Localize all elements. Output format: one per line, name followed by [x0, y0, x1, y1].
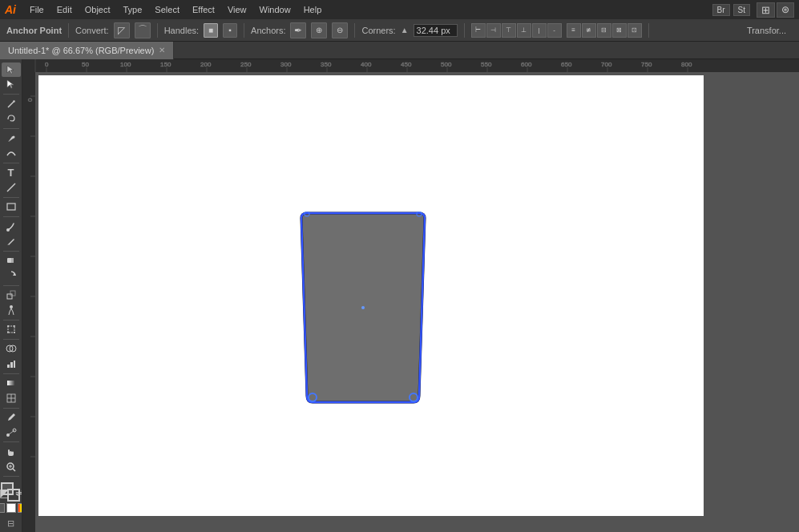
eraser-tool[interactable]: [2, 254, 21, 268]
curvature-tool[interactable]: [2, 146, 21, 160]
convert-smooth-btn[interactable]: ⌒: [135, 22, 151, 38]
svg-point-17: [14, 332, 15, 333]
distribute-4-icon[interactable]: ⊠: [612, 23, 627, 38]
tab-close-btn[interactable]: ✕: [159, 46, 165, 54]
rectangle-tool[interactable]: [2, 200, 21, 214]
tool-separator-9: [3, 339, 19, 340]
tool-separator-4: [3, 197, 19, 198]
hand-tool[interactable]: [2, 445, 21, 459]
convert-label: Convert:: [75, 26, 109, 35]
selection-tool[interactable]: [2, 62, 21, 77]
menu-file[interactable]: File: [24, 3, 50, 16]
distribute-v-icon[interactable]: ≢: [582, 23, 596, 38]
separator-3: [244, 23, 244, 38]
distribute-5-icon[interactable]: ⊡: [627, 23, 642, 38]
scale-tool[interactable]: [2, 288, 21, 302]
color-swatch[interactable]: [0, 503, 5, 513]
svg-text:700: 700: [601, 61, 612, 68]
free-transform-tool[interactable]: [2, 322, 21, 337]
distribute-h-icon[interactable]: ≡: [567, 23, 581, 38]
lasso-tool[interactable]: [2, 111, 21, 126]
align-right-icon[interactable]: ⊤: [502, 23, 516, 38]
sync-icon[interactable]: ⊛: [777, 2, 794, 18]
svg-line-4: [7, 183, 15, 191]
canvas-area: 0 50 100 150 200 250 300 350 400 450 500…: [22, 59, 799, 532]
stock-btn[interactable]: St: [733, 4, 750, 16]
svg-rect-22: [14, 361, 15, 368]
svg-point-12: [10, 305, 13, 308]
tab-bar: Untitled-1* @ 66.67% (RGB/Preview) ✕: [0, 42, 799, 59]
svg-text:250: 250: [240, 61, 252, 68]
tool-separator-3: [3, 163, 19, 163]
magic-wand-tool[interactable]: [2, 97, 21, 111]
svg-text:650: 650: [561, 61, 572, 68]
distribute-3-icon[interactable]: ⊟: [597, 23, 611, 38]
line-tool[interactable]: [2, 180, 21, 195]
tool-separator-1: [3, 94, 19, 95]
corners-up-btn[interactable]: ▲: [401, 26, 409, 34]
handles-style-btn[interactable]: ■: [204, 23, 218, 38]
screen-mode-icon[interactable]: ⊟: [7, 518, 14, 529]
menu-help[interactable]: Help: [298, 3, 328, 16]
workspace-icon[interactable]: ⊞: [757, 2, 775, 18]
mesh-tool[interactable]: [2, 391, 21, 405]
svg-line-30: [13, 469, 15, 471]
svg-point-6: [6, 228, 10, 232]
svg-text:0: 0: [26, 98, 34, 102]
svg-text:550: 550: [481, 61, 492, 68]
pencil-tool[interactable]: [2, 234, 21, 248]
bridge-btn[interactable]: Br: [712, 4, 730, 16]
anchors-pen-btn[interactable]: ✒: [290, 22, 306, 38]
menu-effect[interactable]: Effect: [187, 3, 220, 16]
separator-1: [68, 23, 69, 38]
handles-label: Handles:: [164, 26, 199, 35]
handles-auto-btn[interactable]: ▪: [223, 23, 237, 38]
eyedropper-tool[interactable]: [2, 410, 21, 425]
glass-shape[interactable]: [295, 212, 431, 404]
menu-edit[interactable]: Edit: [51, 3, 78, 16]
graph-tool[interactable]: [2, 357, 21, 371]
align-center-h-icon[interactable]: ⊣: [486, 23, 501, 38]
ruler-top: 0 50 100 150 200 250 300 350 400 450 500…: [22, 59, 799, 72]
pen-tool[interactable]: [2, 131, 21, 146]
anchors-add-btn[interactable]: ⊕: [311, 22, 327, 38]
zoom-tool[interactable]: [2, 460, 21, 474]
menu-object[interactable]: Object: [79, 3, 116, 16]
svg-text:450: 450: [401, 61, 412, 68]
align-bottom-icon[interactable]: -: [547, 23, 562, 38]
align-top-icon[interactable]: ⊥: [517, 23, 531, 38]
anchors-remove-btn[interactable]: ⊖: [332, 22, 348, 38]
puppet-warp-tool[interactable]: [2, 303, 21, 317]
convert-corner-btn[interactable]: ◸: [114, 22, 130, 38]
swap-colors-icon[interactable]: ⇌: [15, 486, 23, 499]
menu-window[interactable]: Window: [254, 3, 297, 16]
svg-rect-69: [22, 72, 35, 532]
blend-tool[interactable]: [2, 425, 21, 440]
svg-rect-5: [7, 204, 15, 210]
svg-text:0: 0: [45, 61, 49, 68]
menu-type[interactable]: Type: [118, 3, 148, 16]
direct-selection-tool[interactable]: [2, 78, 21, 92]
gradient-tool[interactable]: [2, 376, 21, 390]
svg-text:350: 350: [321, 61, 332, 68]
svg-point-83: [361, 306, 365, 309]
none-swatch[interactable]: [6, 503, 16, 513]
shape-builder-tool[interactable]: [2, 342, 21, 357]
tool-separator-8: [3, 320, 19, 320]
align-center-v-icon[interactable]: |: [532, 23, 547, 38]
align-left-icon[interactable]: ⊢: [471, 23, 486, 38]
corners-value-input[interactable]: [414, 24, 458, 37]
svg-text:50: 50: [82, 61, 89, 68]
default-colors-icon[interactable]: ◩: [0, 486, 10, 499]
tool-separator-13: [3, 476, 19, 477]
svg-text:400: 400: [361, 61, 372, 68]
paintbrush-tool[interactable]: [2, 220, 21, 234]
type-tool[interactable]: T: [2, 166, 21, 180]
anchor-point-label: Anchor Point: [6, 26, 62, 35]
menu-select[interactable]: Select: [149, 3, 185, 16]
document-tab[interactable]: Untitled-1* @ 66.67% (RGB/Preview) ✕: [0, 42, 174, 59]
svg-point-15: [14, 325, 15, 327]
menu-view[interactable]: View: [222, 3, 252, 16]
svg-rect-13: [8, 326, 14, 332]
rotate-tool[interactable]: [2, 268, 21, 283]
